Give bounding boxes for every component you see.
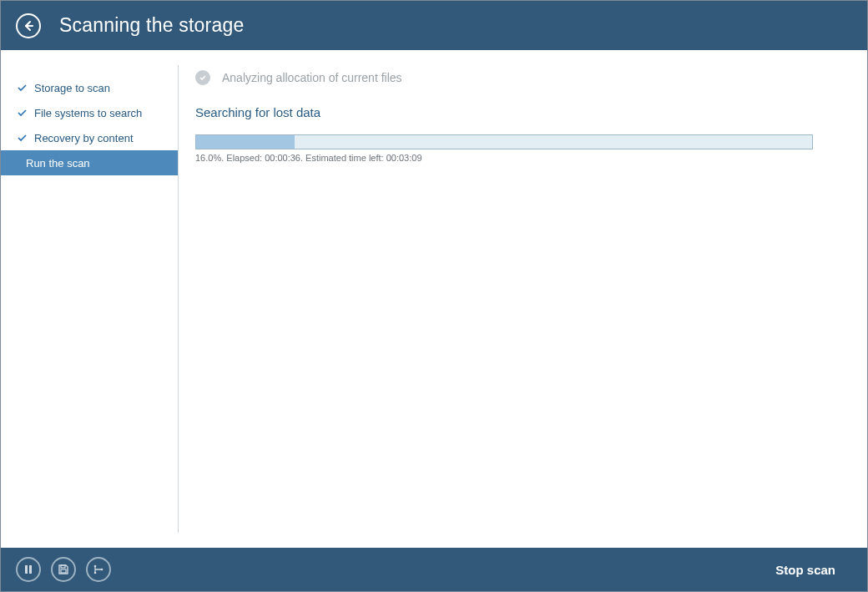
svg-rect-1 [25, 565, 28, 574]
pause-icon [23, 564, 33, 574]
back-button[interactable] [16, 13, 41, 38]
wizard-sidebar: Storage to scan File systems to search R… [1, 50, 178, 548]
sidebar-item-label: Recovery by content [34, 132, 134, 144]
svg-rect-2 [29, 565, 32, 574]
sidebar-item-label: Storage to scan [34, 82, 110, 94]
stop-scan-button[interactable]: Stop scan [759, 558, 852, 582]
save-button[interactable] [51, 557, 76, 582]
progress-status-text: 16.0%. Elapsed: 00:00:36. Estimated time… [195, 153, 837, 163]
checkmark-circle-icon [195, 70, 210, 85]
progress-bar [195, 134, 813, 149]
sidebar-item-run-scan[interactable]: Run the scan [1, 150, 178, 175]
sidebar-item-label: File systems to search [34, 107, 142, 119]
tree-button[interactable] [86, 557, 111, 582]
check-icon [18, 109, 29, 118]
page-title: Scanning the storage [59, 14, 244, 37]
pause-button[interactable] [16, 557, 41, 582]
main-panel: Analyzing allocation of current files Se… [179, 50, 867, 548]
header-bar: Scanning the storage [1, 1, 867, 50]
progress-bar-fill [196, 135, 295, 149]
sidebar-item-recovery-by-content[interactable]: Recovery by content [1, 125, 178, 150]
sidebar-item-label: Run the scan [26, 157, 90, 170]
sidebar-item-file-systems[interactable]: File systems to search [1, 100, 178, 125]
svg-rect-4 [61, 569, 66, 573]
svg-rect-3 [61, 565, 65, 568]
completed-step-row: Analyzing allocation of current files [195, 70, 837, 85]
check-icon [18, 134, 29, 143]
arrow-left-icon [23, 20, 34, 32]
save-icon [58, 564, 69, 575]
check-icon [18, 83, 29, 93]
tree-icon [93, 564, 104, 575]
sidebar-item-storage-to-scan[interactable]: Storage to scan [1, 75, 178, 100]
completed-step-label: Analyzing allocation of current files [222, 71, 402, 84]
footer-bar: Stop scan [1, 548, 867, 591]
current-step-label: Searching for lost data [195, 105, 837, 119]
